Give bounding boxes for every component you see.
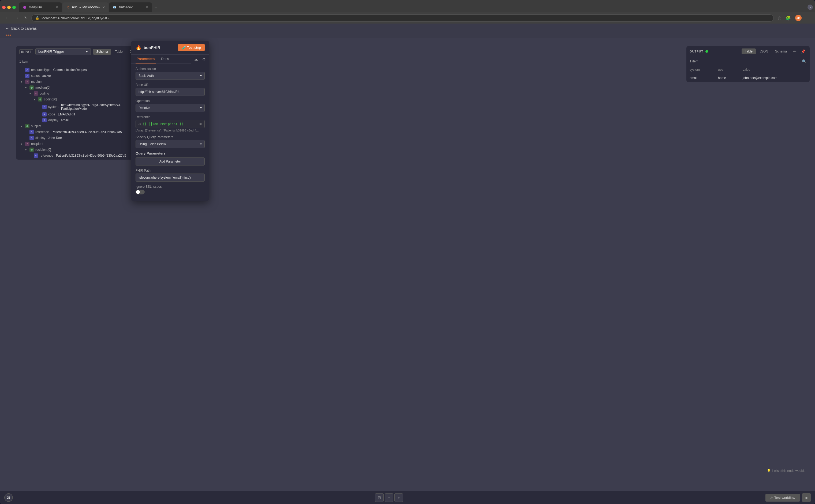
modal-settings-button[interactable]: ⚙ [201, 56, 207, 62]
input-trigger-dropdown[interactable]: bonFHIR Trigger ▾ [35, 48, 91, 55]
query-params-field-group: Specify Query Parameters Using Fields Be… [136, 135, 205, 148]
type-badge-A: A [25, 68, 29, 72]
zoom-out-button[interactable]: − [385, 493, 393, 502]
back-button[interactable]: ← [3, 14, 11, 21]
output-tab-table[interactable]: Table [742, 48, 756, 54]
input-tab-table[interactable]: Table [112, 49, 126, 55]
type-badge-recipient0: ◎ [29, 148, 34, 152]
reference-label: Reference [136, 115, 205, 119]
nav-actions: ☆ 🧩 JB ⋮ [776, 14, 812, 22]
auth-select[interactable]: Basic Auth ▾ [136, 72, 205, 80]
auth-value: Basic Auth [138, 74, 154, 78]
address-bar[interactable]: 🔒 localhost:5678/workflow/Rx1lSQorylIDyq… [31, 14, 774, 22]
type-badge-code: A [42, 112, 47, 116]
main-content: ← Back to canvas ●●● INPUT bonFHIR Trigg… [0, 24, 815, 504]
traffic-lights [2, 6, 16, 9]
toggle-knob [136, 190, 140, 194]
base-url-field-group: Base URL [136, 83, 205, 96]
fhir-path-label: FHIR Path [136, 169, 205, 172]
base-url-input[interactable] [136, 88, 205, 96]
type-badge-recipient-ref: A [34, 153, 38, 158]
query-parameters-section-label: Query Parameters [136, 151, 205, 155]
reference-hint: [Array: [{"reference": "Patient/cfb31893… [136, 129, 205, 132]
output-tab-json[interactable]: JSON [756, 48, 771, 54]
tab-medplum[interactable]: 🟣 Medplum ✕ [19, 2, 62, 12]
bonfhir-modal: 🔥 bonFHIR 🧪 Test step Parameters Docs ☁ … [131, 41, 209, 201]
input-trigger-chevron: ▾ [86, 50, 88, 54]
auth-label: Authentication [136, 67, 205, 71]
tab-n8n-close[interactable]: ✕ [102, 6, 105, 9]
tree-item-recipient: ▾ ≡ recipient [16, 141, 145, 147]
operation-value: Resolve [138, 106, 150, 110]
operation-field-group: Operation Resolve ▾ [136, 99, 205, 112]
query-params-select[interactable]: Using Fields Below ▾ [136, 140, 205, 148]
wish-icon: 💡 [767, 469, 771, 473]
minimize-traffic-light[interactable] [7, 6, 11, 9]
add-parameter-button[interactable]: Add Parameter [136, 157, 205, 166]
expr-prefix: /× [138, 122, 141, 126]
auth-chevron: ▾ [200, 74, 202, 78]
n8n-tab-icon: ⬡ [66, 5, 70, 9]
bonfhir-icon: 🔥 [136, 45, 141, 51]
forward-button[interactable]: → [13, 14, 20, 21]
auth-field-group: Authentication Basic Auth ▾ [136, 67, 205, 80]
menu-button[interactable]: ⋮ [804, 14, 812, 22]
output-tab-schema[interactable]: Schema [772, 48, 790, 54]
smtp4dev-tab-icon: 📧 [113, 5, 116, 9]
zoom-in-button[interactable]: + [394, 493, 403, 502]
output-pin-button[interactable]: 📌 [800, 48, 806, 55]
wish-text: I wish this node would... [772, 469, 806, 473]
modal-actions: ☁ ⚙ [191, 56, 209, 62]
output-status-dot [705, 50, 708, 53]
new-tab-button[interactable]: + [152, 5, 160, 10]
test-step-button[interactable]: 🧪 Test step [178, 44, 205, 51]
tab-n8n[interactable]: ⬡ n8n → My workflow ✕ [62, 2, 108, 12]
modal-title: bonFHIR [144, 45, 176, 50]
extensions-button[interactable]: 🧩 [784, 14, 793, 22]
zoom-controls: ⊡ − + [375, 493, 403, 502]
user-avatar: JB [4, 493, 13, 502]
type-badge-system: A [42, 105, 47, 109]
tree-item-code: A code EMAILWRIT [16, 111, 145, 117]
input-tab-schema[interactable]: Schema [93, 49, 111, 55]
modal-cloud-button[interactable]: ☁ [193, 56, 199, 62]
close-traffic-light[interactable] [2, 6, 6, 9]
type-badge-display: A [42, 118, 47, 122]
modal-tab-docs[interactable]: Docs [160, 55, 170, 63]
tree-item-status: A status active [16, 73, 145, 79]
tree-item-system: A system http://terminology.hl7.org/Code… [16, 102, 145, 111]
canvas-area[interactable]: INPUT bonFHIR Trigger ▾ Schema Table JSO… [0, 38, 815, 491]
bookmark-button[interactable]: ☆ [776, 14, 783, 22]
fhir-path-input[interactable] [136, 174, 205, 182]
query-params-label: Specify Query Parameters [136, 135, 205, 139]
test-workflow-button[interactable]: ⚠ Test workflow [765, 494, 800, 502]
tab-smtp4dev[interactable]: 📧 smtp4dev ✕ [109, 2, 152, 12]
zoom-fit-button[interactable]: ⊡ [375, 493, 383, 502]
output-search-button[interactable]: 🔍 [802, 59, 806, 63]
profile-button[interactable]: JB [794, 14, 803, 22]
reference-expr[interactable]: /× {{ $json.recipient }} ⊞ [136, 120, 205, 128]
output-edit-button[interactable]: ✏ [792, 48, 798, 55]
tab-smtp4dev-close[interactable]: ✕ [146, 6, 148, 9]
modal-tab-parameters[interactable]: Parameters [136, 55, 156, 63]
tree-item-subject: ▾ ◎ subject [16, 123, 145, 129]
ignore-ssl-label: Ignore SSL Issues [136, 185, 205, 189]
reload-button[interactable]: ↻ [22, 14, 29, 22]
type-badge-medium0: ◎ [29, 85, 34, 90]
operation-chevron: ▾ [200, 106, 202, 110]
right-bottom-area: ⚠ Test workflow ■ [765, 493, 811, 502]
tab-medplum-close[interactable]: ✕ [56, 6, 58, 9]
operation-select[interactable]: Resolve ▾ [136, 104, 205, 112]
input-panel: INPUT bonFHIR Trigger ▾ Schema Table JSO… [16, 46, 145, 160]
query-params-value: Using Fields Below [138, 142, 166, 146]
left-bottom-area: JB [4, 493, 13, 502]
reference-expr-action: ⊞ [199, 122, 202, 126]
stop-button[interactable]: ■ [802, 493, 811, 502]
fhir-path-field-group: FHIR Path [136, 169, 205, 182]
type-badge-subject-ref: A [29, 130, 34, 134]
output-cell-use: home [715, 74, 739, 82]
maximize-traffic-light[interactable] [12, 6, 16, 9]
back-to-canvas[interactable]: ← Back to canvas [0, 24, 815, 33]
ignore-ssl-toggle[interactable] [136, 190, 145, 194]
output-col-system: system [686, 66, 715, 74]
